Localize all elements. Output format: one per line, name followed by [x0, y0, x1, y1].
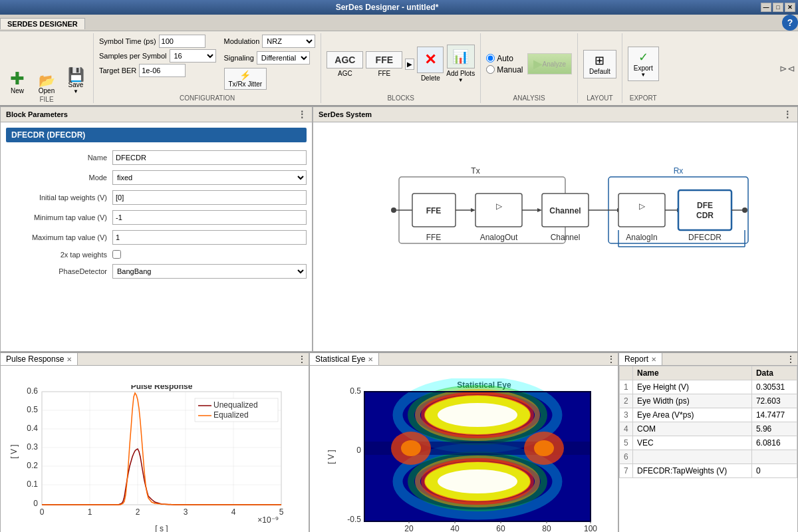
- report-row: 4 COM 5.96: [620, 422, 797, 436]
- target-ber-input[interactable]: [139, 64, 186, 77]
- min-tap-input[interactable]: [112, 210, 307, 225]
- delete-button[interactable]: ✕: [417, 47, 444, 73]
- svg-text:▷: ▷: [639, 201, 646, 211]
- report-row: 1 Eye Height (V) 0.30531: [620, 380, 797, 394]
- dfecdr-label-diagram: DFECDR: [688, 233, 722, 242]
- auto-radio[interactable]: [486, 54, 495, 63]
- pulse-response-svg: 0.6 0.5 0.4 0.3 0.2 0.1 0 0 1 2 3 4 5 ×1…: [9, 385, 301, 533]
- agc-block-group: AGC AGC: [327, 51, 363, 77]
- report-menu[interactable]: ⋮: [784, 353, 797, 365]
- svg-text:20: 20: [404, 524, 414, 533]
- manual-radio-label[interactable]: Manual: [486, 65, 523, 74]
- pulse-response-menu[interactable]: ⋮: [295, 353, 309, 365]
- initial-tap-input[interactable]: [112, 190, 307, 205]
- dfecdr-block: [678, 190, 732, 230]
- bottom-panels: Pulse Response ✕ ⋮: [0, 352, 798, 532]
- report-row-num: 7: [620, 464, 633, 478]
- report-row-name: Eye Area (V*ps): [633, 408, 752, 422]
- rx-label: Rx: [674, 166, 684, 176]
- configuration-section-label: CONFIGURATION: [99, 94, 315, 102]
- ffe-button[interactable]: FFE: [366, 51, 402, 68]
- report-close[interactable]: ✕: [651, 356, 656, 363]
- default-layout-button[interactable]: ⊞ Default: [583, 50, 616, 78]
- agc-icon: AGC: [334, 55, 355, 65]
- statistical-eye-close[interactable]: ✕: [368, 356, 373, 363]
- tap-weights-2x-checkbox[interactable]: [112, 250, 121, 259]
- agc-button[interactable]: AGC: [327, 51, 363, 68]
- pulse-response-tab[interactable]: Pulse Response ✕: [1, 353, 78, 365]
- initial-tap-label: Initial tap weights (V): [6, 194, 112, 201]
- name-param-label: Name: [6, 154, 112, 162]
- report-header-row: Name Data: [620, 366, 797, 380]
- svg-text:5: 5: [279, 507, 283, 517]
- restore-button[interactable]: □: [773, 3, 783, 12]
- channel-label-diagram: Channel: [551, 233, 581, 242]
- blocks-dropdown-button[interactable]: ▶: [405, 59, 414, 70]
- minimize-button[interactable]: —: [761, 3, 771, 12]
- svg-text:×10⁻⁹: ×10⁻⁹: [257, 515, 278, 525]
- signaling-select[interactable]: Differential: [257, 51, 310, 65]
- mode-param-select[interactable]: fixed: [112, 170, 307, 185]
- svg-text:FFE: FFE: [426, 206, 442, 215]
- modulation-select[interactable]: NRZ: [262, 35, 315, 48]
- pulse-response-close[interactable]: ✕: [66, 356, 72, 363]
- save-button[interactable]: 💾 Save ▼: [63, 68, 89, 94]
- report-row: 2 Eye Width (ps) 72.603: [620, 394, 797, 408]
- svg-text:Equalized: Equalized: [213, 410, 249, 420]
- svg-point-62: [534, 440, 554, 456]
- svg-text:100: 100: [583, 524, 597, 533]
- new-button[interactable]: ✚ New: [4, 70, 31, 94]
- serdes-system-title: SerDes System: [319, 110, 372, 118]
- main-top-area: Block Parameters ⋮ DFECDR (DFECDR) Name …: [0, 106, 798, 352]
- svg-text:80: 80: [542, 524, 551, 533]
- statistical-eye-chart: Statistical Eye: [310, 366, 618, 532]
- serdes-designer-tab[interactable]: SERDES DESIGNER: [0, 18, 85, 29]
- svg-text:-0.5: -0.5: [347, 515, 361, 524]
- mode-param-row: Mode fixed: [1, 168, 312, 188]
- report-row-num: 3: [620, 408, 633, 422]
- ffe-icon: FFE: [376, 55, 393, 65]
- manual-radio[interactable]: [486, 65, 495, 74]
- report-panel: Report ✕ ⋮ Name Data 1 Eye Height (V) 0.…: [618, 352, 798, 532]
- file-section-label: FILE: [4, 96, 89, 103]
- export-button[interactable]: ✓ Export ▼: [628, 47, 659, 81]
- ffe-label-diagram: FFE: [426, 233, 442, 242]
- statistical-eye-menu[interactable]: ⋮: [604, 353, 618, 365]
- statistical-eye-tab[interactable]: Statistical Eye ✕: [310, 353, 379, 365]
- name-param-input[interactable]: [112, 150, 307, 165]
- delete-label: Delete: [421, 74, 440, 82]
- max-tap-input[interactable]: [112, 230, 307, 245]
- svg-text:0: 0: [33, 499, 38, 508]
- block-params-menu-icon[interactable]: ⋮: [297, 109, 307, 120]
- report-name-header: Name: [633, 366, 752, 380]
- analyze-button[interactable]: ▶ Analyze: [527, 53, 573, 74]
- window-controls[interactable]: — □ ✕: [761, 3, 798, 12]
- close-button[interactable]: ✕: [785, 3, 795, 12]
- serdes-system-header: SerDes System ⋮: [313, 107, 797, 122]
- report-row: 7 DFECDR:TapWeights (V) 0: [620, 464, 797, 478]
- help-button[interactable]: ?: [782, 15, 798, 31]
- report-row-num: 4: [620, 422, 633, 436]
- phase-detector-select[interactable]: BangBang: [112, 264, 307, 279]
- report-row-num: 5: [620, 436, 633, 450]
- open-button[interactable]: 📂 Open: [33, 74, 60, 94]
- report-tab[interactable]: Report ✕: [619, 353, 662, 365]
- svg-text:0: 0: [39, 507, 44, 517]
- max-tap-param-row: Maximum tap value (V): [1, 227, 312, 247]
- svg-text:▷: ▷: [496, 201, 503, 211]
- ffe-block-group: FFE FFE: [366, 51, 402, 77]
- svg-text:Pulse Response: Pulse Response: [130, 385, 192, 391]
- report-row-num: 6: [620, 450, 633, 464]
- symbol-time-input[interactable]: [159, 35, 205, 48]
- auto-radio-label[interactable]: Auto: [486, 54, 523, 63]
- add-plots-button[interactable]: 📊: [447, 45, 475, 68]
- delete-icon: ✕: [424, 51, 436, 68]
- svg-text:0: 0: [356, 446, 361, 455]
- report-row-name: [633, 450, 752, 464]
- jitter-button[interactable]: ⚡ Tx/Rx Jitter: [224, 68, 267, 90]
- pulse-response-chart: 0.6 0.5 0.4 0.3 0.2 0.1 0 0 1 2 3 4 5 ×1…: [1, 366, 309, 532]
- report-tab-label: Report: [624, 354, 648, 364]
- samples-per-symbol-select[interactable]: 16: [170, 49, 216, 63]
- svg-text:[ V ]: [ V ]: [327, 450, 336, 464]
- serdes-system-menu-icon[interactable]: ⋮: [783, 109, 792, 120]
